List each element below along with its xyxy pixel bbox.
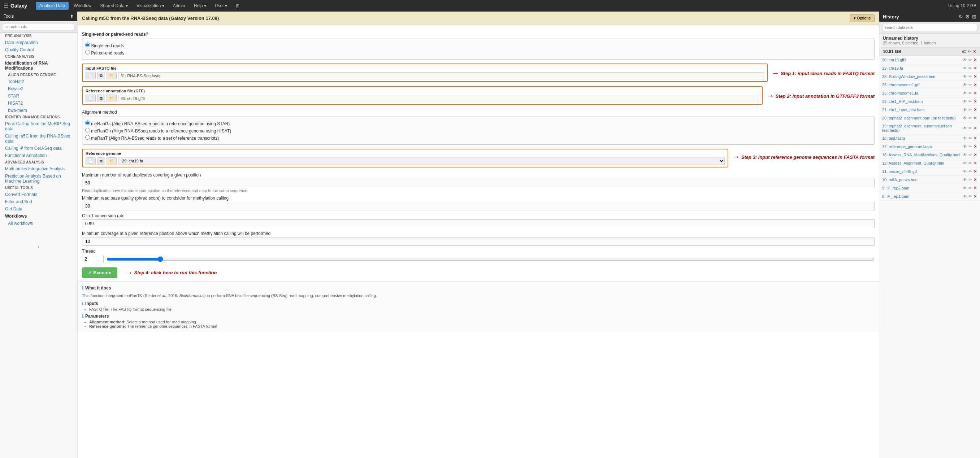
history-list-item[interactable]: 11: maize_v4.45.gtf 👁 ✏ ✕	[879, 167, 980, 176]
item-view-icon[interactable]: 👁	[963, 57, 967, 62]
item-view-icon[interactable]: 👁	[963, 82, 967, 87]
item-edit-icon[interactable]: ✏	[969, 66, 972, 71]
item-view-icon[interactable]: 👁	[963, 194, 967, 199]
sidebar-item-convert-formats[interactable]: Convert Formats	[0, 191, 77, 198]
item-edit-icon[interactable]: ✏	[969, 82, 972, 87]
history-refresh-icon[interactable]: ↻	[959, 14, 963, 19]
item-delete-icon[interactable]: ✕	[974, 91, 977, 95]
sidebar-item-all-workflows[interactable]: All workflows	[0, 220, 77, 227]
history-item-name[interactable]: 16: Assess_RNA_Modifications_Quality.htm…	[882, 153, 963, 157]
ref-genome-copy-btn[interactable]: ⧉	[97, 157, 105, 165]
history-settings-icon[interactable]: ⚙	[965, 14, 970, 19]
sidebar-item-hisat2[interactable]: HISAT2	[0, 100, 77, 107]
sidebar-item-bwa-mem[interactable]: bwa-mem	[0, 107, 77, 114]
upload-icon[interactable]: ⬆	[70, 14, 74, 19]
history-item-name[interactable]: 19: tophat2_alignment_summary.txt (on te…	[882, 124, 963, 132]
item-view-icon[interactable]: 👁	[963, 161, 967, 165]
item-view-icon[interactable]: 👁	[963, 99, 967, 104]
item-view-icon[interactable]: 👁	[963, 136, 967, 141]
item-edit-icon[interactable]: ✏	[969, 91, 972, 95]
item-view-icon[interactable]: 👁	[963, 66, 967, 71]
item-delete-icon[interactable]: ✕	[974, 161, 977, 165]
sidebar-collapse-btn[interactable]: ‹	[38, 243, 40, 250]
min-coverage-input[interactable]	[82, 237, 875, 246]
history-item-name[interactable]: 20: tophat2_alignment.bam (on test.fastq…	[882, 116, 963, 120]
sidebar-item-calling-psi[interactable]: Calling Ψ from CeU-Seq data	[0, 145, 77, 152]
sidebar-item-filter-sort[interactable]: Filter and Sort	[0, 198, 77, 205]
item-view-icon[interactable]: 👁	[963, 91, 967, 95]
history-search-input[interactable]	[882, 24, 977, 31]
sidebar-item-quality-control[interactable]: Quality Control	[0, 46, 77, 53]
item-delete-icon[interactable]: ✕	[974, 177, 977, 182]
sidebar-item-functional-annotation[interactable]: Functional Annotation	[0, 152, 77, 159]
item-view-icon[interactable]: 👁	[963, 74, 967, 79]
alignment-merangs[interactable]: meRanGs (Align RNA-BSseq reads to a refe…	[85, 120, 871, 127]
c-to-t-input[interactable]	[82, 219, 875, 228]
item-delete-icon[interactable]: ✕	[974, 74, 977, 79]
item-edit-icon[interactable]: ✏	[969, 99, 972, 104]
ref-genome-folder-btn[interactable]: 📁	[107, 157, 117, 165]
history-item-name[interactable]: 11: maize_v4.45.gtf	[882, 169, 963, 173]
tag-icon[interactable]: 🏷	[962, 49, 966, 54]
alignment-merangh[interactable]: meRanGh (Align RNA-BSseq reads to a refe…	[85, 127, 871, 134]
history-list-item[interactable]: 30: chr19.gff3 👁 ✏ ✕	[879, 56, 980, 64]
history-list-item[interactable]: 17: reference_genome.fasta 👁 ✏ ✕	[879, 143, 980, 151]
history-list-item[interactable]: 25: chromosome1.fa 👁 ✏ ✕	[879, 89, 980, 97]
item-view-icon[interactable]: 👁	[963, 177, 967, 182]
history-item-name[interactable]: 25: chromosome1.fa	[882, 91, 963, 95]
delete-icon[interactable]: ✕	[973, 49, 977, 54]
item-delete-icon[interactable]: ✕	[974, 194, 977, 199]
history-item-name[interactable]: 30: chr19.gff3	[882, 58, 963, 62]
sidebar-item-tophat2[interactable]: TopHat2	[0, 78, 77, 85]
nav-workflow[interactable]: Workflow	[70, 2, 95, 10]
history-list-item[interactable]: 28: SlidingWindow_peaks.bed 👁 ✏ ✕	[879, 73, 980, 81]
alignment-merant[interactable]: meRanT (Align RNA-BSseq reads to a set o…	[85, 134, 871, 142]
ref-genome-browse-btn[interactable]: 📄	[86, 157, 96, 165]
history-item-name[interactable]: 28: SlidingWindow_peaks.bed	[882, 74, 963, 79]
history-list-item[interactable]: 23: chr1_RIP_test.bam 👁 ✏ ✕	[879, 97, 980, 106]
sidebar-item-peak-calling[interactable]: Peak Calling from the MeRIP-Seq data	[0, 120, 77, 132]
history-list-item[interactable]: 10: m6A_peaks.bed 👁 ✏ ✕	[879, 176, 980, 184]
history-item-name[interactable]: 10: m6A_peaks.bed	[882, 178, 963, 182]
gtf-browse-btn[interactable]: 📄	[86, 95, 96, 102]
search-input[interactable]	[3, 23, 75, 30]
sidebar-item-star[interactable]: STAR	[0, 92, 77, 100]
item-edit-icon[interactable]: ✏	[969, 161, 972, 165]
item-delete-icon[interactable]: ✕	[974, 82, 977, 87]
options-button[interactable]: ▾ Options	[850, 14, 875, 22]
gtf-copy-btn[interactable]: ⧉	[97, 95, 105, 102]
item-edit-icon[interactable]: ✏	[969, 152, 972, 157]
pencil-icon[interactable]: ✏	[968, 49, 971, 54]
history-columns-icon[interactable]: ⊞	[972, 14, 977, 19]
item-edit-icon[interactable]: ✏	[969, 57, 972, 62]
item-view-icon[interactable]: 👁	[963, 126, 967, 130]
item-delete-icon[interactable]: ✕	[974, 57, 977, 62]
item-edit-icon[interactable]: ✏	[969, 194, 972, 199]
item-edit-icon[interactable]: ✏	[969, 144, 972, 149]
gtf-folder-btn[interactable]: 📁	[107, 95, 117, 102]
sidebar-item-get-data[interactable]: Get Data	[0, 205, 77, 213]
history-list-item[interactable]: 18: test.fastq 👁 ✏ ✕	[879, 134, 980, 143]
item-edit-icon[interactable]: ✏	[969, 177, 972, 182]
nav-shared-data[interactable]: Shared Data ▾	[96, 2, 131, 10]
item-delete-icon[interactable]: ✕	[974, 66, 977, 71]
reads-single-option[interactable]: Single-end reads	[85, 42, 871, 49]
sidebar-item-bowtie2[interactable]: Bowtie2	[0, 85, 77, 92]
item-view-icon[interactable]: 👁	[963, 169, 967, 174]
item-view-icon[interactable]: 👁	[963, 186, 967, 191]
history-list-item[interactable]: 19: tophat2_alignment_summary.txt (on te…	[879, 122, 980, 134]
fastq-folder-btn[interactable]: 📁	[107, 72, 117, 80]
nav-analyze-data[interactable]: Analyze Data	[36, 2, 68, 10]
sidebar-item-prediction-analysis[interactable]: Prediction Analysis Based on Machine Lea…	[0, 173, 77, 185]
history-item-name[interactable]: 23: chr1_RIP_test.bam	[882, 99, 963, 103]
history-list-item[interactable]: 8: IP_rep1.bam 👁 ✏ ✕	[879, 192, 980, 201]
history-item-name[interactable]: 17: reference_genome.fasta	[882, 145, 963, 149]
reads-paired-option[interactable]: Paired-end reads	[85, 49, 871, 56]
item-view-icon[interactable]: 👁	[963, 144, 967, 149]
item-edit-icon[interactable]: ✏	[969, 136, 972, 141]
history-list-item[interactable]: 29: chr19.fa 👁 ✏ ✕	[879, 64, 980, 73]
history-item-name[interactable]: 21: chr1_input_test.bam	[882, 108, 963, 112]
nav-help[interactable]: Help ▾	[190, 2, 210, 10]
item-view-icon[interactable]: 👁	[963, 107, 967, 112]
history-list-item[interactable]: 21: chr1_input_test.bam 👁 ✏ ✕	[879, 106, 980, 114]
